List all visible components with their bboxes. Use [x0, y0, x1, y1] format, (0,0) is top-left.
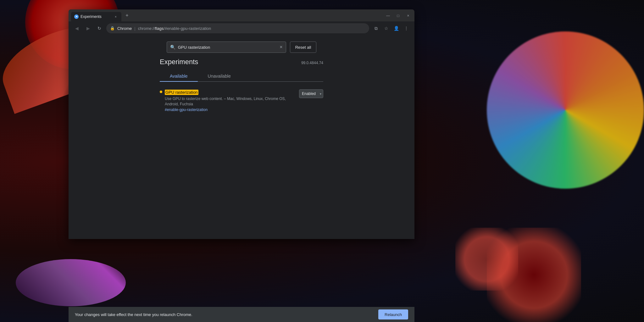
profile-button[interactable]: 👤	[392, 24, 401, 33]
reload-button[interactable]: ↻	[95, 24, 104, 33]
tab-close-button[interactable]: ×	[113, 14, 118, 19]
tab-title: Experiments	[80, 14, 111, 19]
relaunch-button[interactable]: Relaunch	[378, 309, 408, 319]
tab-favicon: ⚑	[74, 14, 79, 19]
url-highlight: flags	[155, 26, 164, 31]
back-button[interactable]: ◀	[72, 24, 81, 33]
address-bar[interactable]: 🔒 Chrome | chrome://flags/#enable-gpu-ra…	[106, 23, 369, 33]
maximize-button[interactable]: □	[394, 12, 402, 19]
select-wrapper: Default Enabled Disabled	[299, 89, 323, 98]
flag-control[interactable]: Default Enabled Disabled	[299, 89, 323, 98]
address-chrome-label: Chrome	[117, 26, 132, 31]
experiments-version: 99.0.4844.74	[301, 61, 323, 65]
flag-details: GPU rasterization Use GPU to rasterize w…	[165, 89, 297, 112]
navigation-bar: ◀ ▶ ↻ 🔒 Chrome | chrome://flags/#enable-…	[69, 21, 414, 35]
experiments-header: Experiments 99.0.4844.74	[160, 58, 323, 66]
tab-available[interactable]: Available	[160, 71, 198, 82]
close-button[interactable]: ×	[404, 12, 412, 19]
menu-button[interactable]: ⋮	[402, 24, 411, 33]
flag-select[interactable]: Default Enabled Disabled	[299, 89, 323, 98]
experiments-container: Experiments 99.0.4844.74 Available Unava…	[160, 58, 323, 114]
search-clear-button[interactable]: ×	[280, 44, 282, 50]
notification-bar: Your changes will take effect the next t…	[69, 307, 414, 322]
nav-actions: ⧉ ☆ 👤 ⋮	[372, 24, 411, 33]
flag-name: GPU rasterization	[165, 90, 198, 95]
notification-text: Your changes will take effect the next t…	[75, 312, 192, 317]
search-icon: 🔍	[170, 45, 175, 50]
forward-button[interactable]: ▶	[84, 24, 92, 33]
title-bar: ⚑ Experiments × + — □ ×	[69, 9, 414, 21]
browser-window: ⚑ Experiments × + — □ × ◀ ▶ ↻ 🔒 Chrome |…	[69, 9, 414, 239]
bg-decoration-6	[455, 228, 518, 291]
address-separator: |	[134, 26, 135, 31]
url-prefix: chrome://	[138, 26, 155, 31]
flag-indicator	[160, 91, 162, 93]
bookmark-button[interactable]: ☆	[382, 24, 391, 33]
window-controls: — □ ×	[384, 12, 412, 19]
minimize-button[interactable]: —	[384, 12, 392, 19]
flag-link[interactable]: #enable-gpu-rasterization	[165, 108, 297, 112]
search-input[interactable]: GPU rasterization	[178, 45, 277, 50]
tab-unavailable[interactable]: Unavailable	[198, 71, 241, 82]
extensions-button[interactable]: ⧉	[372, 24, 380, 33]
bg-decoration-3	[16, 259, 126, 306]
address-url: chrome://flags/#enable-gpu-rasterization	[138, 26, 211, 31]
search-box[interactable]: 🔍 GPU rasterization ×	[167, 42, 286, 53]
experiments-title: Experiments	[160, 58, 198, 66]
browser-tab[interactable]: ⚑ Experiments ×	[71, 12, 121, 21]
page-content: 🔍 GPU rasterization × Reset all Experime…	[69, 35, 414, 239]
flag-description: Use GPU to rasterize web content. – Mac,…	[165, 96, 297, 107]
search-area: 🔍 GPU rasterization × Reset all	[69, 35, 414, 53]
experiments-tabs: Available Unavailable	[160, 71, 323, 82]
lock-icon: 🔒	[110, 26, 115, 31]
bg-decoration-4	[487, 31, 644, 189]
url-suffix: /#enable-gpu-rasterization	[164, 26, 211, 31]
new-tab-button[interactable]: +	[123, 11, 131, 20]
flag-item: GPU rasterization Use GPU to rasterize w…	[160, 87, 323, 114]
reset-all-button[interactable]: Reset all	[290, 42, 317, 53]
